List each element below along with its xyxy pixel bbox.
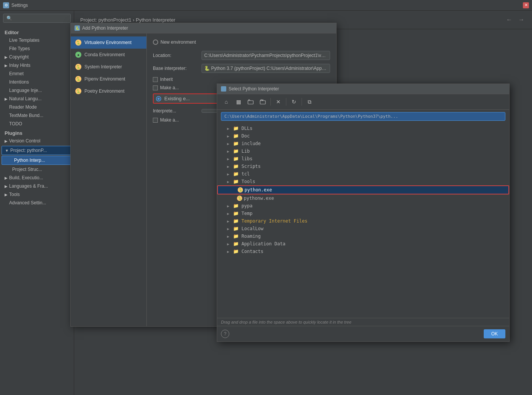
tree-item-roaming[interactable]: ▶ 📁 Roaming xyxy=(217,232,509,240)
base-interpreter-input[interactable]: 🐍 Python 3.7 (pythonProject) C:\Users\Ad… xyxy=(202,64,330,73)
ok-button[interactable]: OK xyxy=(484,329,505,338)
tree-item-scripts[interactable]: ▶ 📁 Scripts xyxy=(217,163,509,170)
project-arrow: ▼ xyxy=(5,149,9,153)
sidebar-item-advanced-settings[interactable]: Advanced Settin... xyxy=(0,199,74,207)
sidebar: 🔍 Editor Live Templates File Types ▶ Cop… xyxy=(0,11,74,395)
sidebar-section-editor: Editor xyxy=(0,27,74,36)
path-bar[interactable]: C:\Users\Administrator\AppData\Local\Pro… xyxy=(221,112,505,121)
nav-arrows: ← → xyxy=(505,15,526,24)
close-location-button[interactable]: ✕ xyxy=(273,96,284,107)
application-data-folder-icon: 📁 xyxy=(233,241,240,246)
forward-button[interactable]: → xyxy=(517,15,526,24)
sidebar-item-python-interpreter[interactable]: Python Interp... xyxy=(2,156,72,165)
location-row: Location: C:\Users\Administrator\Pycharm… xyxy=(153,51,330,60)
location-input[interactable]: C:\Users\Administrator\PycharmProjects\p… xyxy=(202,51,330,60)
sidebar-item-project[interactable]: ▼ Project: pythonP... xyxy=(2,146,72,155)
libs-folder-icon: 📁 xyxy=(233,156,240,161)
pypa-folder-icon: 📁 xyxy=(233,203,240,209)
temporary-internet-arrow: ▶ xyxy=(227,219,233,223)
sidebar-item-project-structure[interactable]: Project Struc... xyxy=(0,165,74,174)
env-item-virtualenv[interactable]: 🐍 Virtualenv Environment xyxy=(71,36,146,49)
sidebar-item-inlay-hints[interactable]: ▶ Inlay Hints xyxy=(0,61,74,70)
sidebar-item-language-injections[interactable]: Language Inje... xyxy=(0,86,74,95)
home-button[interactable]: ⌂ xyxy=(221,96,232,107)
sidebar-item-live-templates[interactable]: Live Templates xyxy=(0,36,74,44)
interpreter-label: Interprete... xyxy=(153,108,199,114)
env-item-poetry[interactable]: 🐍 Poetry Environment xyxy=(71,85,146,97)
make-available-2-checkbox[interactable] xyxy=(153,118,158,123)
sidebar-item-version-control[interactable]: ▶ Version Control xyxy=(0,137,74,145)
help-button[interactable]: ? xyxy=(221,330,229,338)
refresh-button[interactable]: ↻ xyxy=(289,96,299,107)
close-button[interactable]: ✕ xyxy=(523,2,529,8)
dlls-folder-icon: 📁 xyxy=(233,126,240,131)
interpreter-toolbar: ⌂ ▦ ✕ ↻ ⧉ xyxy=(217,94,509,110)
tree-item-python-exe[interactable]: 🐍 python.exe xyxy=(217,185,509,194)
sidebar-item-languages[interactable]: ▶ Languages & Fra... xyxy=(0,182,74,190)
new-folder-button[interactable] xyxy=(245,96,256,107)
tree-item-pypa[interactable]: ▶ 📁 pypa xyxy=(217,202,509,210)
sidebar-item-textmate[interactable]: TextMate Bund... xyxy=(0,111,74,120)
search-box[interactable]: 🔍 xyxy=(3,14,71,23)
tree-item-lib[interactable]: ▶ 📁 Lib xyxy=(217,147,509,155)
tree-item-doc[interactable]: ▶ 📁 Doc xyxy=(217,132,509,140)
tree-item-temporary-internet-files[interactable]: ▶ 📁 Temporary Internet Files xyxy=(217,217,509,225)
radio-new-environment[interactable]: New environment xyxy=(153,40,196,45)
tree-item-temp[interactable]: ▶ 📁 Temp xyxy=(217,210,509,217)
dlls-arrow: ▶ xyxy=(227,126,233,131)
sidebar-item-tools[interactable]: ▶ Tools xyxy=(0,190,74,199)
back-button[interactable]: ← xyxy=(505,15,514,24)
select-interpreter-title: Select Python Interpreter xyxy=(229,86,279,92)
scripts-folder-icon: 📁 xyxy=(233,164,240,169)
tree-item-tcl[interactable]: ▶ 📁 tcl xyxy=(217,170,509,178)
radio-new-circle xyxy=(153,40,158,45)
tree-item-tools[interactable]: ▶ 📁 Tools xyxy=(217,178,509,185)
radio-existing-circle[interactable] xyxy=(156,96,161,101)
sidebar-item-natural-language[interactable]: ▶ Natural Langu... xyxy=(0,95,74,103)
base-interpreter-label: Base interpreter: xyxy=(153,66,199,71)
tree-item-libs[interactable]: ▶ 📁 libs xyxy=(217,155,509,163)
sidebar-item-emmet[interactable]: Emmet xyxy=(0,70,74,78)
doc-folder-icon: 📁 xyxy=(233,133,240,139)
search-icon: 🔍 xyxy=(6,16,12,21)
up-folder-button[interactable] xyxy=(257,96,268,107)
doc-arrow: ▶ xyxy=(227,134,233,138)
tree-item-contacts[interactable]: ▶ 📁 Contacts xyxy=(217,248,509,255)
version-control-arrow: ▶ xyxy=(5,139,8,143)
sidebar-item-intentions[interactable]: Intentions xyxy=(0,78,74,86)
search-input[interactable] xyxy=(12,16,67,21)
sidebar-item-copyright[interactable]: ▶ Copyright xyxy=(0,53,74,61)
tools-arrow: ▶ xyxy=(5,193,8,197)
window-title: Settings xyxy=(11,3,28,8)
env-item-conda[interactable]: ● Conda Environment xyxy=(71,49,146,61)
tree-item-application-data[interactable]: ▶ 📁 Application Data xyxy=(217,240,509,248)
file-tree: ▶ 📁 DLLs ▶ 📁 Doc ▶ 📁 include ▶ 📁 Lib ▶ 📁… xyxy=(217,123,509,318)
make-available-checkbox[interactable] xyxy=(153,85,158,90)
existing-label: Existing e... xyxy=(164,96,190,101)
svg-rect-0 xyxy=(248,101,253,104)
inherit-checkbox-row: Inherit xyxy=(153,77,330,82)
select-interpreter-dialog: Select Python Interpreter ⌂ ▦ ✕ ↻ ⧉ C:\U… xyxy=(217,84,510,342)
toolbar-separator-2 xyxy=(286,98,286,106)
sidebar-item-reader-mode[interactable]: Reader Mode xyxy=(0,103,74,111)
inherit-checkbox[interactable] xyxy=(153,77,158,82)
contacts-arrow: ▶ xyxy=(227,250,233,254)
copy-path-button[interactable]: ⧉ xyxy=(304,96,315,107)
sidebar-item-file-types[interactable]: File Types xyxy=(0,44,74,53)
temporary-internet-folder-icon: 📁 xyxy=(233,218,240,224)
tcl-folder-icon: 📁 xyxy=(233,171,240,177)
poetry-icon: 🐍 xyxy=(75,88,81,94)
env-item-system[interactable]: 🐍 System Interpreter xyxy=(71,61,146,73)
environment-type-radio: New environment xyxy=(153,40,330,45)
up-folder-icon xyxy=(260,99,266,104)
location-label: Location: xyxy=(153,53,199,58)
application-data-arrow: ▶ xyxy=(227,242,233,246)
tree-item-locallow[interactable]: ▶ 📁 LocalLow xyxy=(217,225,509,232)
sidebar-item-build[interactable]: ▶ Build, Executio... xyxy=(0,174,74,182)
sidebar-item-todo[interactable]: TODO xyxy=(0,120,74,128)
env-item-pipenv[interactable]: 🐍 Pipenv Environment xyxy=(71,73,146,85)
tree-item-dlls[interactable]: ▶ 📁 DLLs xyxy=(217,125,509,132)
tree-item-include[interactable]: ▶ 📁 include xyxy=(217,140,509,147)
grid-button[interactable]: ▦ xyxy=(233,96,244,107)
tree-item-pythonw-exe[interactable]: 🐍 pythonw.exe xyxy=(217,194,509,202)
